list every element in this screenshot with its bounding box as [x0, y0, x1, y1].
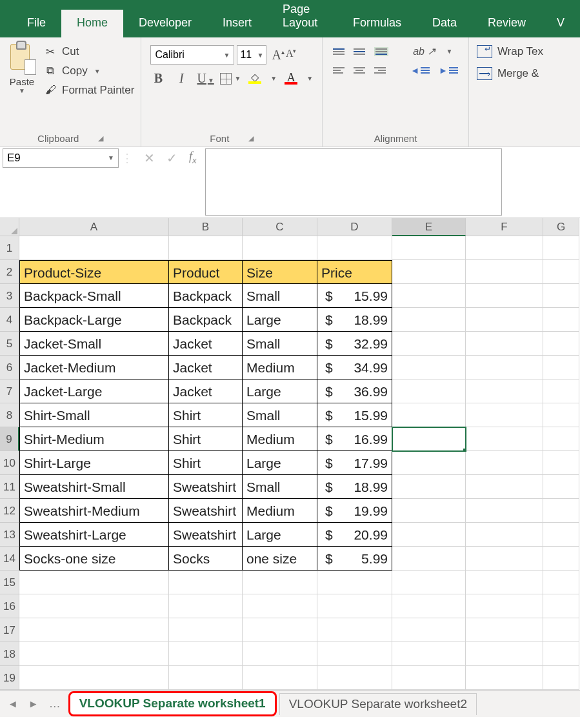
cell-B16[interactable]: [169, 594, 243, 618]
col-header-g[interactable]: G: [543, 218, 579, 236]
cell-E17[interactable]: [392, 618, 466, 642]
chevron-down-icon[interactable]: ▼: [306, 75, 313, 82]
row-header[interactable]: 12: [0, 499, 19, 523]
sheet-nav-next[interactable]: ►: [25, 698, 43, 710]
cell-B2[interactable]: Product: [169, 260, 243, 284]
cut-button[interactable]: ✂Cut: [44, 45, 134, 58]
cell-A15[interactable]: [19, 571, 169, 594]
cell-B14[interactable]: Socks: [169, 547, 243, 571]
cell-F11[interactable]: [466, 475, 543, 499]
row-header[interactable]: 7: [0, 379, 19, 403]
cell-F16[interactable]: [466, 594, 543, 618]
cell-B4[interactable]: Backpack: [169, 308, 243, 332]
cell-A2[interactable]: Product-Size: [19, 260, 169, 284]
cell-E6[interactable]: [392, 356, 466, 379]
cell-G17[interactable]: [543, 618, 579, 642]
cell-D15[interactable]: [317, 571, 392, 594]
cell-G2[interactable]: [543, 260, 579, 284]
cell-C19[interactable]: [243, 666, 317, 690]
cell-D9[interactable]: $ 16.99: [317, 427, 392, 451]
cell-E4[interactable]: [392, 308, 466, 332]
row-header[interactable]: 6: [0, 356, 19, 379]
cell-G1[interactable]: [543, 236, 579, 260]
cell-D6[interactable]: $ 34.99: [317, 356, 392, 379]
cell-E13[interactable]: [392, 523, 466, 547]
name-box[interactable]: E9▼: [3, 148, 119, 168]
orientation-button[interactable]: ab ↗: [413, 45, 435, 57]
cell-D3[interactable]: $ 15.99: [317, 284, 392, 308]
copy-button[interactable]: ⧉Copy▼: [44, 65, 134, 77]
cell-A14[interactable]: Socks-one size: [19, 547, 169, 571]
cell-F14[interactable]: [466, 547, 543, 571]
grow-font-button[interactable]: A▴: [272, 48, 284, 63]
cell-B10[interactable]: Shirt: [169, 451, 243, 475]
font-launcher[interactable]: ◢: [248, 134, 254, 143]
cell-D1[interactable]: [317, 236, 392, 260]
cell-E5[interactable]: [392, 332, 466, 356]
align-right-button[interactable]: [374, 67, 386, 74]
cell-E10[interactable]: [392, 451, 466, 475]
cell-A11[interactable]: Sweatshirt-Small: [19, 475, 169, 499]
cell-C11[interactable]: Small: [243, 475, 317, 499]
tab-data[interactable]: Data: [417, 10, 472, 37]
tab-insert[interactable]: Insert: [207, 10, 267, 37]
cell-D13[interactable]: $ 20.99: [317, 523, 392, 547]
cell-E1[interactable]: [392, 236, 466, 260]
cell-B3[interactable]: Backpack: [169, 284, 243, 308]
cell-D18[interactable]: [317, 642, 392, 666]
tab-formulas[interactable]: Formulas: [337, 10, 417, 37]
cell-A6[interactable]: Jacket-Medium: [19, 356, 169, 379]
cell-A13[interactable]: Sweatshirt-Large: [19, 523, 169, 547]
cell-E11[interactable]: [392, 475, 466, 499]
align-top-button[interactable]: [333, 48, 345, 55]
cell-C18[interactable]: [243, 642, 317, 666]
cell-G6[interactable]: [543, 356, 579, 379]
sheet-tab-inactive[interactable]: VLOOKUP Separate worksheet2: [279, 693, 477, 715]
row-header[interactable]: 13: [0, 523, 19, 547]
bold-button[interactable]: B: [150, 71, 166, 86]
align-center-button[interactable]: [354, 67, 365, 74]
cell-G19[interactable]: [543, 666, 579, 690]
sheet-nav-more[interactable]: …: [45, 697, 66, 711]
cell-A12[interactable]: Sweatshirt-Medium: [19, 499, 169, 523]
cell-E14[interactable]: [392, 547, 466, 571]
row-header[interactable]: 15: [0, 571, 19, 594]
row-header[interactable]: 8: [0, 403, 19, 427]
cell-A7[interactable]: Jacket-Large: [19, 379, 169, 403]
cell-C8[interactable]: Small: [243, 403, 317, 427]
cell-F1[interactable]: [466, 236, 543, 260]
row-header[interactable]: 14: [0, 547, 19, 571]
col-header-a[interactable]: A: [19, 218, 169, 236]
cell-C2[interactable]: Size: [243, 260, 317, 284]
decrease-indent-button[interactable]: ◄: [410, 65, 430, 76]
cell-B5[interactable]: Jacket: [169, 332, 243, 356]
chevron-down-icon[interactable]: ▼: [446, 48, 452, 55]
tab-view-cut[interactable]: V: [541, 10, 580, 37]
cell-C14[interactable]: one size: [243, 547, 317, 571]
col-header-e[interactable]: E: [392, 218, 466, 236]
cell-B15[interactable]: [169, 571, 243, 594]
tab-file[interactable]: File: [12, 10, 61, 37]
cell-G3[interactable]: [543, 284, 579, 308]
sheet-nav-prev[interactable]: ◄: [4, 698, 22, 710]
cell-E15[interactable]: [392, 571, 466, 594]
cell-G18[interactable]: [543, 642, 579, 666]
cell-G4[interactable]: [543, 308, 579, 332]
chevron-down-icon[interactable]: ▼: [270, 75, 277, 82]
row-header[interactable]: 2: [0, 260, 19, 284]
tab-review[interactable]: Review: [472, 10, 541, 37]
cell-F13[interactable]: [466, 523, 543, 547]
row-header[interactable]: 18: [0, 642, 19, 666]
font-name-select[interactable]: Calibri▼: [150, 45, 234, 65]
cell-F18[interactable]: [466, 642, 543, 666]
cell-B7[interactable]: Jacket: [169, 379, 243, 403]
cell-B6[interactable]: Jacket: [169, 356, 243, 379]
row-header[interactable]: 1: [0, 236, 19, 260]
row-header[interactable]: 3: [0, 284, 19, 308]
cell-C1[interactable]: [243, 236, 317, 260]
cell-F3[interactable]: [466, 284, 543, 308]
cell-D19[interactable]: [317, 666, 392, 690]
cell-G11[interactable]: [543, 475, 579, 499]
cell-F12[interactable]: [466, 499, 543, 523]
cell-A16[interactable]: [19, 594, 169, 618]
